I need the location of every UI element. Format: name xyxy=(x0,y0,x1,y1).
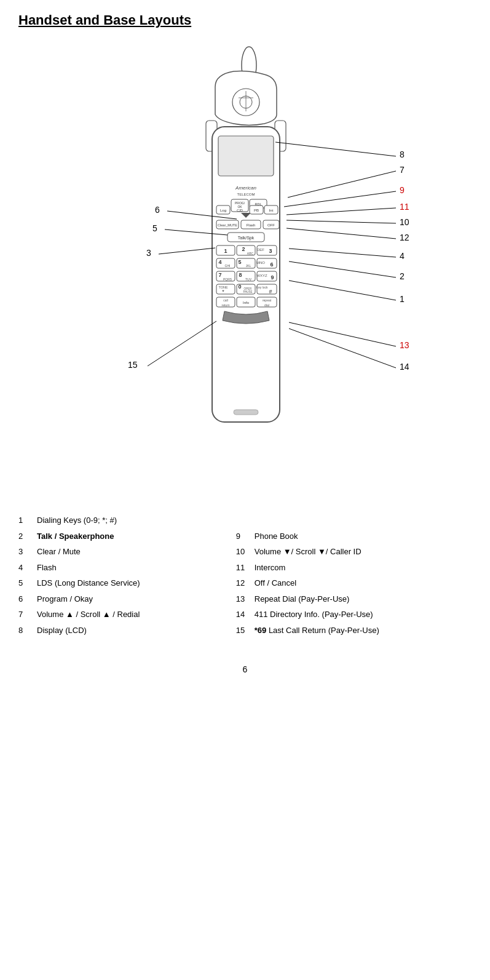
desc-text-12: Off / Cancel xyxy=(255,577,472,589)
col-left: 2 Talk / Speakerphone 3 Clear / Mute 4 F… xyxy=(18,530,236,640)
svg-text:0: 0 xyxy=(238,284,241,290)
svg-text:7: 7 xyxy=(218,272,221,278)
desc-row-4: 4 Flash xyxy=(18,562,236,574)
label-13: 13 xyxy=(400,340,409,350)
svg-line-87 xyxy=(289,261,396,277)
svg-text:Int: Int xyxy=(269,209,274,212)
svg-text:MNO: MNO xyxy=(256,261,265,265)
svg-text:Clear_MUTE: Clear_MUTE xyxy=(218,223,237,227)
desc-row-13: 13 Repeat Dial (Pay-Per-Use) xyxy=(236,593,472,605)
svg-text:PAUSE: PAUSE xyxy=(243,290,253,293)
desc-row-2: 2 Talk / Speakerphone xyxy=(18,530,236,543)
desc-text-11: Intercom xyxy=(255,562,472,574)
svg-text:ABC: ABC xyxy=(247,252,254,255)
svg-text:8: 8 xyxy=(239,272,242,278)
svg-text:PQRS: PQRS xyxy=(223,277,232,281)
label-15: 15 xyxy=(128,360,138,370)
desc-row-8: 8 Display (LCD) xyxy=(18,624,236,637)
page-title: Handset and Base Layouts xyxy=(18,12,472,28)
label-10: 10 xyxy=(400,217,409,227)
phone-diagram: American TELECOM RDL PROG/ OK CJD PB Int… xyxy=(18,34,490,490)
desc-text-6: Program / Okay xyxy=(37,593,236,605)
desc-num-5: 5 xyxy=(18,577,37,589)
desc-text-15: *69 Last Call Return (Pay-Per-Use) xyxy=(255,624,472,637)
label-5: 5 xyxy=(152,223,157,233)
svg-rect-76 xyxy=(234,410,258,415)
desc-row-9: 9 Phone Book xyxy=(236,530,472,543)
desc-num-8: 8 xyxy=(18,624,37,637)
desc-num-14: 14 xyxy=(236,608,255,621)
svg-line-79 xyxy=(284,191,396,207)
descriptions-section: 1 Dialing Keys (0-9; *; #) 2 Talk / Spea… xyxy=(18,514,472,640)
svg-text:WXYZ: WXYZ xyxy=(256,274,267,277)
desc-text-4: Flash xyxy=(37,562,236,574)
label-7: 7 xyxy=(400,165,405,175)
svg-text:dial: dial xyxy=(264,303,269,307)
svg-text:3: 3 xyxy=(269,248,272,254)
label-2: 2 xyxy=(400,271,405,281)
desc-row-11: 11 Intercom xyxy=(236,562,472,574)
svg-line-80 xyxy=(286,208,396,215)
svg-line-81 xyxy=(286,220,396,223)
svg-text:repeat: repeat xyxy=(263,298,272,302)
svg-text:DEF: DEF xyxy=(257,248,264,252)
svg-text:6: 6 xyxy=(270,261,273,268)
svg-text:American: American xyxy=(235,185,256,191)
col-right: 9 Phone Book 10 Volume ▼/ Scroll ▼/ Call… xyxy=(236,530,472,640)
desc-text-1: Dialing Keys (0-9; *; #) xyxy=(37,514,472,527)
label-11: 11 xyxy=(400,202,409,212)
label-1: 1 xyxy=(400,294,405,304)
svg-text:CJD: CJD xyxy=(237,209,243,212)
svg-text:TELECOM: TELECOM xyxy=(237,193,255,196)
desc-num-7: 7 xyxy=(18,608,37,621)
svg-text:5: 5 xyxy=(238,259,241,265)
desc-row-1: 1 Dialing Keys (0-9; *; #) xyxy=(18,514,472,527)
desc-num-13: 13 xyxy=(236,593,255,605)
desc-row-14: 14 411 Directory Info. (Pay-Per-Use) xyxy=(236,608,472,621)
two-col-section: 2 Talk / Speakerphone 3 Clear / Mute 4 F… xyxy=(18,530,472,640)
desc-row-10: 10 Volume ▼/ Scroll ▼/ Caller ID xyxy=(236,546,472,558)
desc-text-13: Repeat Dial (Pay-Per-Use) xyxy=(255,593,472,605)
svg-text:Talk/Spk: Talk/Spk xyxy=(238,236,255,241)
desc-text-10: Volume ▼/ Scroll ▼/ Caller ID xyxy=(255,546,472,558)
svg-line-82 xyxy=(286,228,396,239)
svg-rect-8 xyxy=(218,136,274,176)
desc-row-6: 6 Program / Okay xyxy=(18,593,236,605)
desc-num-4: 4 xyxy=(18,562,37,574)
desc-row-7: 7 Volume ▲ / Scroll ▲ / Redial xyxy=(18,608,236,621)
svg-text:Key lock: Key lock xyxy=(256,285,268,289)
svg-text:return: return xyxy=(221,303,229,307)
svg-text:1: 1 xyxy=(224,248,227,254)
svg-text:9: 9 xyxy=(271,274,274,281)
svg-text:4: 4 xyxy=(218,259,221,265)
desc-num-11: 11 xyxy=(236,562,255,574)
desc-text-8: Display (LCD) xyxy=(37,624,236,637)
svg-text:OFF: OFF xyxy=(267,223,275,227)
svg-text:JKL: JKL xyxy=(246,264,251,268)
diagram-area: American TELECOM RDL PROG/ OK CJD PB Int… xyxy=(18,34,472,502)
svg-text:*: * xyxy=(222,289,224,295)
desc-text-3: Clear / Mute xyxy=(37,546,236,558)
desc-num-9: 9 xyxy=(236,530,255,543)
label-14: 14 xyxy=(400,362,409,372)
svg-text:TUV: TUV xyxy=(245,277,252,281)
label-9: 9 xyxy=(400,185,405,195)
svg-text:GHI: GHI xyxy=(225,264,231,268)
svg-line-88 xyxy=(289,281,396,300)
svg-text:Log: Log xyxy=(220,209,226,212)
desc-row-12: 12 Off / Cancel xyxy=(236,577,472,589)
desc-num-10: 10 xyxy=(236,546,255,558)
desc-row-15: 15 *69 Last Call Return (Pay-Per-Use) xyxy=(236,624,472,637)
svg-text:PB: PB xyxy=(254,209,259,212)
svg-text:Info: Info xyxy=(243,301,250,305)
label-6: 6 xyxy=(155,205,160,215)
svg-text:Flash: Flash xyxy=(247,223,256,227)
desc-text-5: LDS (Long Distance Service) xyxy=(37,577,236,589)
label-4: 4 xyxy=(400,251,405,261)
label-3: 3 xyxy=(146,248,151,258)
desc-num-15: 15 xyxy=(236,624,255,637)
svg-text:2: 2 xyxy=(242,246,245,252)
desc-row-3: 3 Clear / Mute xyxy=(18,546,236,558)
svg-line-90 xyxy=(148,321,216,366)
desc-text-2: Talk / Speakerphone xyxy=(37,530,236,543)
